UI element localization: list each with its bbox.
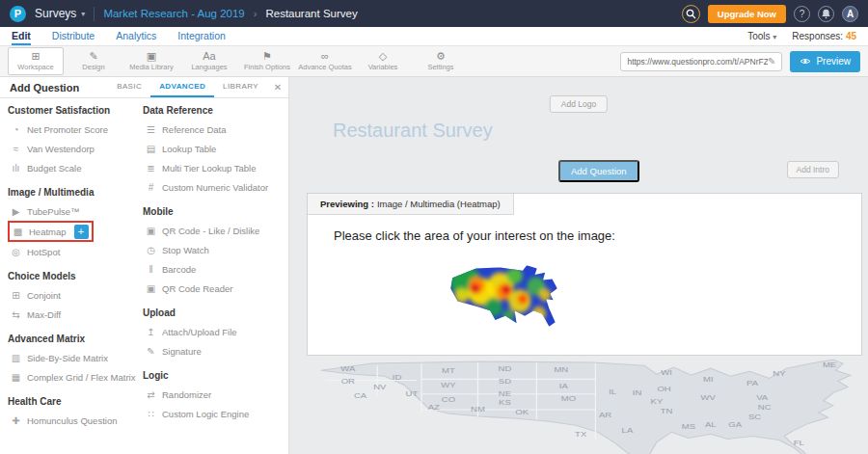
state-label-nm: NM — [471, 405, 485, 414]
question-type-stop-watch[interactable]: ◷Stop Watch — [143, 240, 281, 259]
question-text: Please click the area of your interest o… — [334, 228, 615, 243]
question-type-heatmap[interactable]: ▩Heatmap+ — [8, 221, 94, 242]
question-type-randomizer[interactable]: ⇄Randomizer — [143, 385, 281, 404]
settings-gear-icon: ⚙ — [436, 51, 446, 62]
toolbar-item-media-library[interactable]: ▣Media Library — [123, 47, 179, 75]
panel-tab-advanced[interactable]: ADVANCED — [150, 77, 214, 97]
question-type-net-promoter-score[interactable]: ◔Net Promoter Score — [8, 120, 143, 139]
panel-tab-library[interactable]: LIBRARY — [214, 77, 267, 97]
user-avatar[interactable]: A — [842, 6, 858, 22]
breadcrumb-project[interactable]: Market Research - Aug 2019 — [103, 8, 244, 19]
question-type-complex-grid-flex-matrix[interactable]: ▦Complex Grid / Flex Matrix — [8, 367, 143, 387]
question-type-hotspot[interactable]: ◎HotSpot — [8, 242, 143, 261]
toolbar-item-finish-options[interactable]: ⚑Finish Options — [239, 47, 295, 75]
question-type-qr-code-reader[interactable]: ▣QR Code Reader — [143, 279, 281, 298]
question-type-conjoint[interactable]: ⊞Conjoint — [8, 285, 143, 305]
state-label-fl: FL — [794, 438, 804, 446]
question-type-custom-logic-engine[interactable]: ∷Custom Logic Engine — [143, 404, 281, 423]
variables-tag-icon: ◇ — [379, 51, 387, 62]
question-type-multi-tier-lookup-table[interactable]: ≣Multi Tier Lookup Table — [143, 158, 281, 177]
toolbar-item-languages[interactable]: AaLanguages — [181, 47, 237, 75]
main-area: Add Question BASICADVANCEDLIBRARY ✕ Cust… — [0, 77, 868, 454]
toolbar-item-advance-quotas[interactable]: ∞Advance Quotas — [297, 47, 353, 75]
previewing-label: Previewing : — [320, 199, 374, 209]
editor-toolbar: ⊞Workspace✎Design▣Media LibraryAaLanguag… — [0, 46, 868, 77]
toolbar-item-design[interactable]: ✎Design — [66, 47, 122, 75]
reference-data-icon: ☰ — [145, 124, 157, 135]
us-map-image[interactable]: WAORCANVIDUTAZMTWYCONMNDSDNEKSOKTXMNIAMO… — [299, 359, 858, 454]
panel-tabs: BASICADVANCEDLIBRARY — [108, 77, 267, 97]
heatmap-image-icon: ▩ — [12, 227, 24, 237]
toolbar-item-settings[interactable]: ⚙Settings — [413, 47, 469, 75]
state-label-me: ME — [823, 361, 837, 369]
qr-code-like-icon: ▣ — [145, 226, 157, 236]
add-heatmap-plus-button[interactable]: + — [74, 225, 89, 239]
question-type-side-by-side-matrix[interactable]: ▥Side-By-Side Matrix — [8, 348, 143, 367]
divider — [94, 7, 95, 21]
question-type-van-westendorp[interactable]: ≈Van Westendorp — [8, 139, 143, 158]
question-type-custom-numeric-validator[interactable]: #Custom Numeric Validator — [143, 177, 281, 197]
toolbar-item-workspace[interactable]: ⊞Workspace — [8, 47, 64, 75]
preview-button[interactable]: Preview — [790, 51, 860, 72]
responses-count: 45 — [846, 31, 856, 41]
signature-pen-icon: ✎ — [145, 346, 157, 357]
tab-edit[interactable]: Edit — [12, 27, 31, 45]
tools-label: Tools — [747, 31, 770, 41]
state-label-sc: SC — [748, 413, 761, 421]
randomizer-shuffle-icon: ⇄ — [145, 389, 157, 400]
responses-counter[interactable]: Responses: 45 — [792, 31, 856, 41]
state-label-tx: TX — [575, 430, 586, 439]
add-question-panel-header: Add Question BASICADVANCEDLIBRARY ✕ — [0, 77, 288, 98]
tab-distribute[interactable]: Distribute — [52, 27, 95, 45]
state-label-id: ID — [393, 373, 402, 382]
state-label-or: OR — [341, 377, 355, 386]
section-choice-models: Choice Models — [8, 271, 143, 281]
question-type-signature[interactable]: ✎Signature — [143, 341, 281, 361]
question-type-max-diff[interactable]: ⇆Max-Diff — [8, 305, 143, 324]
notifications-button[interactable] — [818, 6, 834, 22]
upgrade-now-button[interactable]: Upgrade Now — [708, 5, 786, 23]
edit-url-pencil-icon[interactable]: ✎ — [768, 56, 775, 67]
tab-analytics[interactable]: Analytics — [116, 27, 156, 45]
panel-tab-basic[interactable]: BASIC — [108, 77, 150, 97]
question-type-lookup-table[interactable]: ▤Lookup Table — [143, 139, 281, 158]
question-type-homunculus-question[interactable]: ✚Homunculus Question — [8, 411, 143, 430]
section-customer-satisfaction: Customer Satisfaction — [8, 105, 143, 116]
surveys-menu[interactable]: Surveys ▾ — [35, 7, 85, 20]
search-button[interactable] — [682, 5, 700, 23]
add-logo-button[interactable]: Add Logo — [550, 95, 608, 113]
heatmap-image[interactable] — [448, 263, 561, 334]
help-button[interactable]: ? — [794, 6, 810, 22]
panel-col-1: Customer Satisfaction◔Net Promoter Score… — [8, 102, 143, 454]
survey-url-value: https://www.questionpro.com/t/APNrFZ — [627, 57, 768, 67]
tools-menu[interactable]: Tools ▾ — [747, 31, 776, 41]
tab-integration[interactable]: Integration — [177, 27, 226, 45]
van-westendorp-curve-icon: ≈ — [10, 144, 22, 154]
toolbar-item-variables[interactable]: ◇Variables — [355, 47, 411, 75]
chevron-down-icon: ▾ — [773, 33, 776, 41]
state-label-ms: MS — [682, 422, 696, 431]
question-type-reference-data[interactable]: ☰Reference Data — [143, 120, 281, 139]
preview-label: Preview — [816, 56, 851, 67]
homunculus-body-icon: ✚ — [10, 415, 22, 426]
survey-url-input[interactable]: https://www.questionpro.com/t/APNrFZ ✎ — [620, 52, 782, 71]
section-data-reference: Data Reference — [143, 105, 281, 116]
close-panel-button[interactable]: ✕ — [267, 77, 288, 97]
add-intro-button[interactable]: Add Intro — [787, 161, 840, 178]
add-question-panel: Add Question BASICADVANCEDLIBRARY ✕ Cust… — [0, 77, 289, 454]
state-label-mo: MO — [561, 394, 577, 403]
question-type-barcode[interactable]: ‖Barcode — [143, 259, 281, 279]
question-type-qr-code-like-dislike[interactable]: ▣QR Code - Like / Dislike — [143, 221, 281, 240]
state-label-mn: MN — [554, 365, 568, 374]
questionpro-logo[interactable]: P — [10, 6, 26, 22]
question-type-attach-upload-file[interactable]: ↥Attach/Upload File — [143, 322, 281, 341]
question-type-tubepulse[interactable]: ▶TubePulse™ — [8, 201, 143, 221]
add-question-button[interactable]: Add Question — [558, 160, 639, 182]
question-type-budget-scale[interactable]: ılıBudget Scale — [8, 158, 143, 177]
question-preview-card: Previewing : Image / Multimedia (Heatmap… — [307, 193, 862, 356]
state-label-co: CO — [442, 395, 456, 404]
state-label-sd: SD — [499, 377, 511, 386]
question-type-columns: Customer Satisfaction◔Net Promoter Score… — [0, 98, 288, 454]
state-label-il: IL — [609, 387, 616, 396]
stopwatch-icon: ◷ — [145, 245, 157, 255]
